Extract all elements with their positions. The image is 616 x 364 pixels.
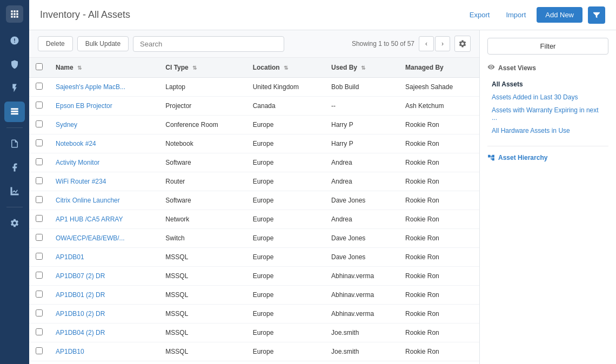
row-checkbox[interactable] (36, 102, 43, 109)
filter-icon-button[interactable] (588, 6, 605, 24)
sidebar-item-shield[interactable] (4, 54, 25, 75)
row-checkbox-cell[interactable] (29, 191, 49, 210)
cell-name: AP1DB10 (2) DR (49, 305, 159, 323)
sidebar-item-documents[interactable] (4, 133, 25, 154)
row-checkbox[interactable] (36, 196, 43, 203)
table-row: Epson EB Projector Projector Canada -- A… (29, 97, 479, 116)
cell-used-by: Andrea (325, 210, 399, 229)
table-body: Sajeesh's Apple MacB... Laptop United Ki… (29, 78, 479, 365)
cell-managed-by: Rookie Ron (399, 153, 479, 172)
row-checkbox-cell[interactable] (29, 229, 49, 248)
delete-button[interactable]: Delete (38, 36, 73, 51)
pagination: ‹ › (419, 36, 450, 51)
main-content: Inventory - All Assets Export Import Add… (29, 0, 616, 364)
cell-location: Europe (246, 286, 325, 305)
row-checkbox-cell[interactable] (29, 210, 49, 229)
view-item-warranty[interactable]: Assets with Warranty Expiring in next ..… (487, 104, 608, 124)
cell-location: Europe (246, 116, 325, 134)
col-header-managed-by[interactable]: Managed By (399, 58, 479, 78)
assets-table: Name ⇅ CI Type ⇅ Location ⇅ Used By ⇅ Ma… (29, 58, 479, 364)
view-item-hardware[interactable]: All Hardware Assets in Use (487, 124, 608, 137)
row-checkbox[interactable] (36, 328, 43, 335)
row-checkbox[interactable] (36, 309, 43, 316)
row-checkbox-cell[interactable] (29, 286, 49, 305)
cell-ci-type: Laptop (159, 78, 246, 97)
cell-location: Europe (246, 172, 325, 191)
cell-name: Citrix Online Launcher (49, 191, 159, 210)
cell-managed-by: Rookie Ron (399, 191, 479, 210)
row-checkbox[interactable] (36, 139, 43, 146)
cell-location: Europe (246, 210, 325, 229)
sidebar-item-settings[interactable] (4, 213, 25, 233)
row-checkbox-cell[interactable] (29, 361, 49, 365)
row-checkbox-cell[interactable] (29, 248, 49, 267)
add-new-button[interactable]: Add New (537, 7, 582, 23)
hierarchy-title[interactable]: Asset Hierarchy (487, 154, 608, 161)
search-input[interactable] (133, 36, 284, 52)
row-checkbox-cell[interactable] (29, 134, 49, 153)
row-checkbox[interactable] (36, 234, 43, 241)
select-all-checkbox[interactable] (36, 63, 43, 70)
row-checkbox[interactable] (36, 177, 43, 184)
cell-location: Europe (246, 134, 325, 153)
cell-name: AP1DB04 (49, 361, 159, 365)
row-checkbox[interactable] (36, 120, 43, 127)
cell-ci-type: MSSQL (159, 323, 246, 342)
export-button[interactable]: Export (464, 8, 496, 22)
bulk-update-button[interactable]: Bulk Update (77, 36, 129, 51)
row-checkbox[interactable] (36, 158, 43, 165)
cell-ci-type: MSSQL (159, 248, 246, 267)
filter-button[interactable]: Filter (487, 38, 608, 55)
row-checkbox[interactable] (36, 291, 43, 298)
row-checkbox-cell[interactable] (29, 78, 49, 97)
cell-ci-type: Software (159, 191, 246, 210)
col-header-location[interactable]: Location ⇅ (246, 58, 325, 78)
row-checkbox-cell[interactable] (29, 323, 49, 342)
cell-managed-by: Rookie Ron (399, 172, 479, 191)
row-checkbox-cell[interactable] (29, 116, 49, 134)
sidebar-item-bolt[interactable] (4, 78, 25, 98)
row-checkbox-cell[interactable] (29, 153, 49, 172)
row-checkbox[interactable] (36, 253, 43, 260)
cell-name: Notebook #24 (49, 134, 159, 153)
row-checkbox[interactable] (36, 83, 43, 90)
row-checkbox-cell[interactable] (29, 305, 49, 323)
view-item-all_assets[interactable]: All Assets (487, 78, 608, 91)
col-header-ci-type[interactable]: CI Type ⇅ (159, 58, 246, 78)
row-checkbox-cell[interactable] (29, 172, 49, 191)
col-header-used-by[interactable]: Used By ⇅ (325, 58, 399, 78)
sidebar-item-book[interactable] (4, 157, 25, 178)
row-checkbox[interactable] (36, 272, 43, 279)
cell-managed-by: Rookie Ron (399, 210, 479, 229)
next-page-button[interactable]: › (435, 36, 450, 51)
row-checkbox[interactable] (36, 215, 43, 222)
page-title: Inventory - All Assets (40, 9, 130, 21)
cell-managed-by: Rookie Ron (399, 134, 479, 153)
table-settings-button[interactable] (454, 36, 471, 52)
cell-managed-by: Rookie Ron (399, 248, 479, 267)
cell-ci-type: MSSQL (159, 286, 246, 305)
cell-ci-type: Router (159, 172, 246, 191)
cell-name: OWA/ECP/EAB/EWB/... (49, 229, 159, 248)
cell-name: Epson EB Projector (49, 97, 159, 116)
cell-managed-by: Rookie Ron (399, 267, 479, 286)
sidebar-item-chart[interactable] (4, 181, 25, 201)
showing-text: Showing 1 to 50 of 57 (352, 40, 414, 48)
row-checkbox[interactable] (36, 347, 43, 354)
cell-used-by: Abhinav.verma (325, 305, 399, 323)
prev-page-button[interactable]: ‹ (419, 36, 434, 51)
cell-ci-type: Notebook (159, 134, 246, 153)
row-checkbox-cell[interactable] (29, 342, 49, 361)
cell-location: United Kingdom (246, 78, 325, 97)
select-all-header[interactable] (29, 58, 49, 78)
view-item-last_30[interactable]: Assets Added in Last 30 Days (487, 91, 608, 104)
col-header-name[interactable]: Name ⇅ (49, 58, 159, 78)
table-header-row: Name ⇅ CI Type ⇅ Location ⇅ Used By ⇅ Ma… (29, 58, 479, 78)
sidebar-item-inventory[interactable] (4, 102, 25, 122)
cell-location: Europe (246, 229, 325, 248)
import-button[interactable]: Import (500, 8, 531, 22)
row-checkbox-cell[interactable] (29, 267, 49, 286)
row-checkbox-cell[interactable] (29, 97, 49, 116)
table-row: Sajeesh's Apple MacB... Laptop United Ki… (29, 78, 479, 97)
sidebar-item-alerts[interactable] (4, 30, 25, 51)
